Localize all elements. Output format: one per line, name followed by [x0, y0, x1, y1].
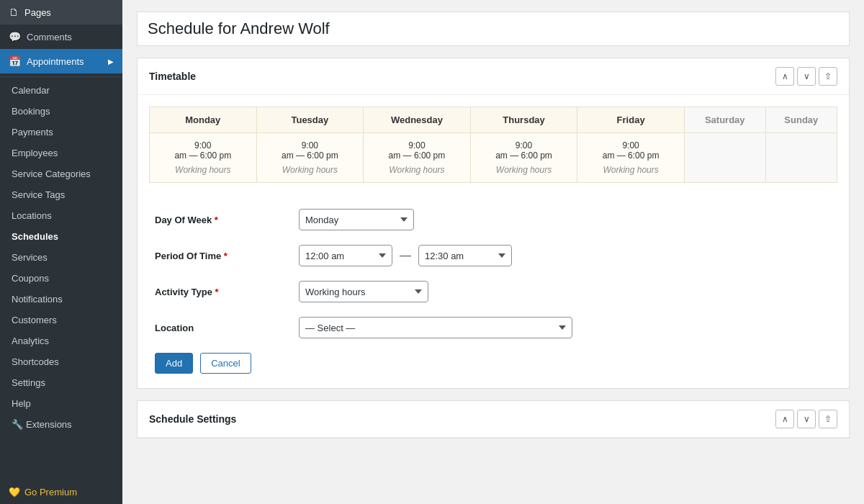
comments-icon: 💬	[9, 31, 21, 42]
saturday-cell	[684, 133, 765, 183]
appointments-icon: 📅	[9, 55, 21, 67]
period-start-select[interactable]: 12:00 am 12:30 am 1:00 am 6:00 am 9:00 a…	[299, 245, 392, 266]
settings-down-button[interactable]: ∨	[797, 410, 816, 428]
timetable-header: Timetable ∧ ∨ ⇧	[138, 58, 849, 95]
col-thursday: Thursday	[470, 107, 577, 133]
sidebar-item-comments[interactable]: 💬 Comments	[0, 24, 122, 49]
sidebar-sub-item-service-tags[interactable]: Service Tags	[0, 184, 122, 205]
location-label: Location	[155, 323, 299, 333]
sidebar-item-pages[interactable]: 🗋 Pages	[0, 0, 122, 24]
schedule-settings-card: Schedule Settings ∧ ∨ ⇧	[137, 400, 850, 438]
form-actions: Add Cancel	[155, 353, 832, 374]
tuesday-cell: 9:00am — 6:00 pm Working hours	[256, 133, 364, 183]
settings-up-button[interactable]: ∧	[775, 410, 794, 428]
period-end-select[interactable]: 12:30 am 1:00 am 6:00 pm 9:00 pm	[418, 245, 512, 266]
timetable-card: Timetable ∧ ∨ ⇧ Monday Tuesday Wednesday…	[137, 58, 850, 389]
timetable-title: Timetable	[149, 71, 196, 82]
add-button[interactable]: Add	[155, 353, 193, 374]
sidebar-sub-item-schedules[interactable]: Schedules	[0, 226, 122, 247]
settings-collapse-button[interactable]: ⇧	[819, 410, 837, 428]
friday-cell: 9:00am — 6:00 pm Working hours	[577, 133, 685, 183]
sidebar-sub-item-service-categories[interactable]: Service Categories	[0, 163, 122, 184]
location-select[interactable]: — Select —	[299, 317, 572, 338]
premium-icon: 💛	[9, 487, 20, 498]
sidebar-sub-item-bookings[interactable]: Bookings	[0, 101, 122, 122]
sidebar-sub-item-payments[interactable]: Payments	[0, 122, 122, 143]
sidebar-sub-item-calendar[interactable]: Calendar	[0, 80, 122, 101]
sidebar-sub-item-coupons[interactable]: Coupons	[0, 268, 122, 289]
sidebar-sub-item-customers[interactable]: Customers	[0, 310, 122, 330]
sidebar-sub-item-services[interactable]: Services	[0, 247, 122, 268]
timetable-controls: ∧ ∨ ⇧	[775, 67, 837, 86]
sidebar-sub-item-analytics[interactable]: Analytics	[0, 330, 122, 351]
period-separator: —	[400, 249, 411, 262]
timetable-body: Monday Tuesday Wednesday Thursday Friday…	[138, 95, 849, 194]
main-content: Schedule for Andrew Wolf Timetable ∧ ∨ ⇧…	[122, 0, 864, 504]
go-premium-button[interactable]: 💛 Go Premium	[0, 480, 122, 504]
wednesday-cell: 9:00am — 6:00 pm Working hours	[364, 133, 471, 183]
timetable-collapse-button[interactable]: ⇧	[819, 67, 837, 86]
monday-cell: 9:00am — 6:00 pm Working hours	[150, 133, 257, 183]
timetable-table: Monday Tuesday Wednesday Thursday Friday…	[149, 107, 837, 183]
pages-icon: 🗋	[9, 6, 19, 18]
day-of-week-label: Day Of Week *	[155, 215, 299, 225]
col-friday: Friday	[577, 107, 685, 133]
activity-type-label: Activity Type *	[155, 287, 299, 297]
sidebar-item-appointments[interactable]: 📅 Appointments ▶	[0, 49, 122, 73]
period-of-time-row: Period Of Time * 12:00 am 12:30 am 1:00 …	[155, 245, 832, 266]
sidebar-sub-item-notifications[interactable]: Notifications	[0, 289, 122, 310]
sidebar-sub-item-settings[interactable]: Settings	[0, 372, 122, 393]
activity-type-select[interactable]: Working hours Break Day off	[299, 281, 428, 302]
sidebar-sub-item-extensions[interactable]: 🔧 Extensions	[0, 414, 122, 435]
col-sunday: Sunday	[765, 107, 837, 133]
period-of-time-label: Period Of Time *	[155, 251, 299, 261]
sidebar-sub-item-help[interactable]: Help	[0, 393, 122, 414]
sunday-cell	[765, 133, 837, 183]
timetable-up-button[interactable]: ∧	[775, 67, 794, 86]
sidebar-sub-item-shortcodes[interactable]: Shortcodes	[0, 351, 122, 372]
schedule-settings-controls: ∧ ∨ ⇧	[775, 410, 837, 428]
activity-type-row: Activity Type * Working hours Break Day …	[155, 281, 832, 302]
page-title: Schedule for Andrew Wolf	[137, 12, 850, 46]
col-tuesday: Tuesday	[256, 107, 364, 133]
col-saturday: Saturday	[684, 107, 765, 133]
table-row: 9:00am — 6:00 pm Working hours 9:00am — …	[150, 133, 837, 183]
day-of-week-select[interactable]: Monday Tuesday Wednesday Thursday Friday…	[299, 209, 414, 230]
sidebar: 🗋 Pages 💬 Comments 📅 Appointments ▶ Cale…	[0, 0, 122, 504]
schedule-form: Day Of Week * Monday Tuesday Wednesday T…	[138, 194, 849, 388]
extensions-icon: 🔧	[12, 419, 23, 430]
thursday-cell: 9:00am — 6:00 pm Working hours	[470, 133, 577, 183]
location-row: Location — Select —	[155, 317, 832, 338]
col-wednesday: Wednesday	[364, 107, 471, 133]
schedule-settings-header: Schedule Settings ∧ ∨ ⇧	[138, 401, 849, 438]
day-of-week-row: Day Of Week * Monday Tuesday Wednesday T…	[155, 209, 832, 230]
col-monday: Monday	[150, 107, 257, 133]
sidebar-sub-item-employees[interactable]: Employees	[0, 143, 122, 163]
cancel-button[interactable]: Cancel	[200, 353, 251, 374]
sidebar-sub-item-locations[interactable]: Locations	[0, 205, 122, 226]
timetable-down-button[interactable]: ∨	[797, 67, 816, 86]
schedule-settings-title: Schedule Settings	[149, 413, 236, 425]
